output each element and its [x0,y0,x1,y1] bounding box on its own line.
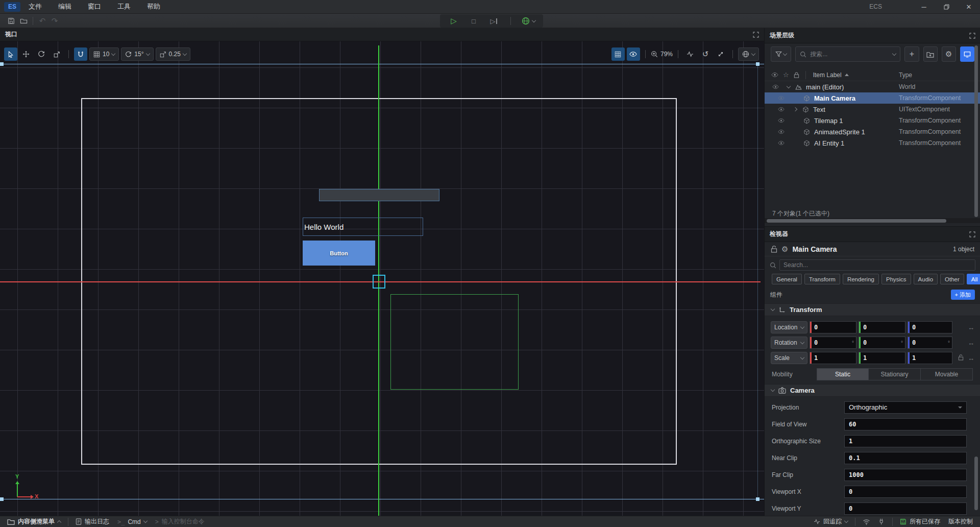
visibility-eye-icon[interactable] [778,140,785,146]
menu-window[interactable]: 窗口 [80,0,109,14]
undo-button[interactable]: ↶ [36,15,48,27]
reset-values-icon[interactable]: ↔ [968,339,974,347]
tree-row-label[interactable]: AI Entity 1 [814,139,844,147]
rotation-y-field[interactable]: ° [859,337,905,349]
inspector-search-input[interactable] [779,259,975,271]
filter-dropdown[interactable] [771,46,791,62]
column-item-label[interactable]: Item Label [813,71,842,79]
expand-panel-icon[interactable] [753,32,759,38]
rotation-y-input[interactable] [861,339,905,346]
location-y-input[interactable] [861,324,905,331]
viewport-x-input[interactable] [845,488,966,495]
expand-panel-icon[interactable] [969,33,975,39]
tree-row-main-camera[interactable]: Main Camera TransformComponent [765,92,980,104]
tab-rendering[interactable]: Rendering [843,274,879,284]
version-control-button[interactable]: 版本控制 [944,517,977,526]
grid-toggle-button[interactable] [611,47,625,61]
minimize-button[interactable]: ─ [913,0,935,14]
scale-x-input[interactable] [812,354,856,362]
tab-all[interactable]: All [967,274,980,284]
visibility-eye-icon[interactable] [778,129,785,134]
snap-toggle-button[interactable] [74,47,87,61]
visibility-toggle-button[interactable] [627,47,640,61]
tree-row-text[interactable]: Text UITextComponent [765,104,980,115]
reset-values-icon[interactable]: ↔ [968,324,974,331]
close-button[interactable]: ✕ [958,0,980,14]
rotation-z-field[interactable]: ° [908,337,952,349]
scale-y-field[interactable] [859,352,905,364]
lock-column-icon[interactable] [794,72,799,78]
gear-icon[interactable]: ⚙ [781,245,788,254]
add-entity-button[interactable]: + [904,46,919,62]
menu-edit[interactable]: 编辑 [50,0,80,14]
button-object[interactable]: Button [303,241,375,266]
visibility-eye-icon[interactable] [778,107,785,112]
far-clip-input[interactable] [845,471,966,478]
stop-button[interactable]: □ [468,15,480,27]
camera-section-header[interactable]: Camera [765,384,980,397]
collapsed-chevron-icon[interactable] [793,107,797,111]
hierarchy-settings-button[interactable]: ⚙ [942,46,956,62]
location-x-field[interactable] [810,321,856,333]
tree-row-label[interactable]: Main Camera [814,94,855,102]
mobility-movable[interactable]: Movable [921,368,973,380]
console-input[interactable]: > 输入控制台命令 [151,517,209,526]
step-button[interactable]: ▷ [487,15,500,27]
tab-general[interactable]: General [772,274,802,284]
trace-dropdown[interactable]: 回追踪 [810,517,852,526]
lock-ratio-icon[interactable] [958,354,964,362]
menu-file[interactable]: 文件 [20,0,50,14]
connection-button[interactable] [874,518,889,525]
visibility-eye-icon[interactable] [772,84,779,89]
display-mode-button[interactable] [960,46,974,62]
viewport-x-field[interactable] [844,486,967,498]
ai-entity-rect[interactable] [390,294,519,390]
tree-row-tilemap[interactable]: Tilemap 1 TransformComponent [765,115,980,126]
menu-help[interactable]: 帮助 [139,0,168,14]
hierarchy-search-input[interactable] [810,51,889,58]
tree-row-label[interactable]: main (Editor) [806,83,844,91]
content-drawer-button[interactable]: 内容侧滑菜单 [3,517,65,526]
expand-chevron-icon[interactable] [787,84,791,88]
column-type[interactable]: Type [899,71,912,79]
reset-view-button[interactable]: ↺ [699,47,712,61]
open-folder-button[interactable] [17,15,30,27]
fullscreen-button[interactable] [714,47,727,61]
visibility-eye-icon[interactable] [778,95,785,101]
scene-canvas[interactable]: Hello World Button Y X [0,41,764,516]
tab-transform[interactable]: Transform [804,274,840,284]
rotation-x-field[interactable]: ° [810,337,856,349]
zoom-control[interactable]: 79% [651,51,673,58]
tree-row-label[interactable]: Tilemap 1 [814,117,843,125]
rotate-tool-button[interactable] [35,47,48,61]
scale-z-field[interactable] [908,352,952,364]
move-tool-button[interactable] [19,47,33,61]
scale-z-input[interactable] [910,354,952,362]
expand-panel-icon[interactable] [969,231,975,237]
hierarchy-search[interactable] [795,46,900,62]
grid-snap-dropdown[interactable]: 10 [89,47,119,61]
hierarchy-vscrollbar-thumb[interactable] [974,45,978,217]
tree-row-animatedsprite[interactable]: AnimatedSprite 1 TransformComponent [765,126,980,137]
field-of-view-field[interactable] [844,418,967,430]
location-space-dropdown[interactable]: Location [771,321,807,333]
tree-row-label[interactable]: Text [813,106,825,113]
scale-x-field[interactable] [810,352,856,364]
inspector-vscrollbar-thumb[interactable] [974,457,978,510]
tree-row-world[interactable]: main (Editor) World [765,81,980,92]
orthographic-size-input[interactable] [845,438,966,445]
hierarchy-hscrollbar-thumb[interactable] [767,219,946,223]
bounds-handle[interactable] [0,62,4,66]
location-x-input[interactable] [812,324,856,331]
near-clip-input[interactable] [845,454,966,462]
text-object[interactable]: Hello World [303,218,423,236]
save-status[interactable]: 所有已保存 [896,517,944,526]
add-component-button[interactable]: + 添加 [951,290,975,300]
mobility-static[interactable]: Static [817,368,869,380]
scale-tool-button[interactable] [50,47,63,61]
rotation-x-input[interactable] [812,339,856,346]
tab-other[interactable]: Other [940,274,964,284]
bounds-handle[interactable] [756,62,760,66]
output-log-button[interactable]: 输出日志 [71,517,113,526]
transform-section-header[interactable]: Transform [765,303,980,316]
